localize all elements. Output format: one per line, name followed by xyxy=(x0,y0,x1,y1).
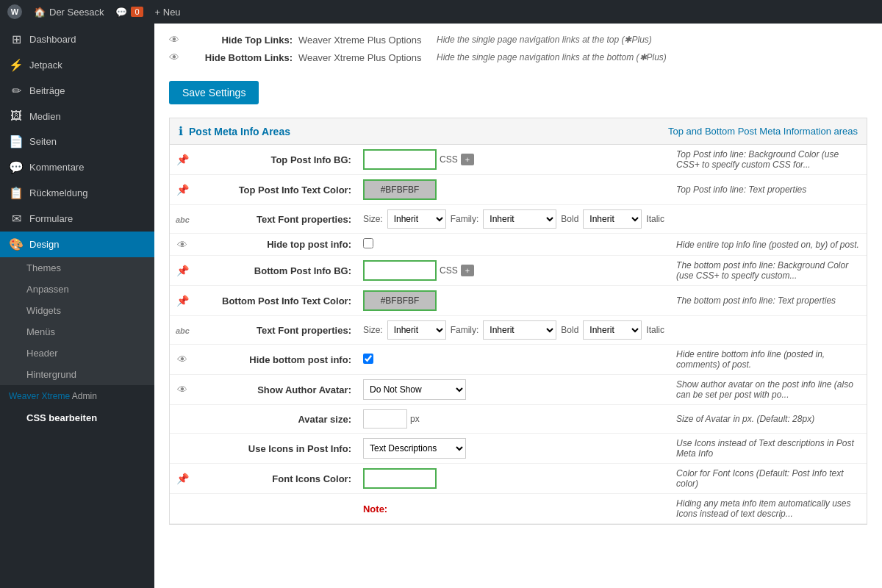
sidebar-item-themes[interactable]: Themes xyxy=(0,257,154,279)
hide-top-links-desc: Hide the single page navigation links at… xyxy=(437,35,652,45)
abc-icon-bottom: abc xyxy=(176,326,190,335)
hide-bottom-links-desc: Hide the single page navigation links at… xyxy=(437,52,667,62)
design-icon: 🎨 xyxy=(9,237,24,251)
css-label-bottom: CSS xyxy=(440,265,458,276)
css-plus-button-bottom[interactable]: + xyxy=(461,265,474,276)
save-settings-button[interactable]: Save Settings xyxy=(169,81,259,104)
beitraege-icon: ✏ xyxy=(9,84,24,98)
top-post-info-bg-desc: Top Post info line: Background Color (us… xyxy=(670,145,867,175)
site-name-link[interactable]: 🏠 Der Seesack xyxy=(34,7,104,18)
wp-logo-link[interactable]: W xyxy=(7,4,22,19)
eye-icon-bottom: 👁 xyxy=(169,51,184,63)
sidebar-label-dashboard: Dashboard xyxy=(29,34,76,45)
sidebar-item-widgets[interactable]: Widgets xyxy=(0,300,154,321)
table-row: 📌 Top Post Info BG: CSS + Top Post in xyxy=(170,145,867,175)
comments-link[interactable]: 💬 0 xyxy=(115,7,143,18)
sidebar-item-medien[interactable]: 🖼 Medien xyxy=(0,104,154,129)
table-row: abc Text Font properties: Size: Inherit … xyxy=(170,205,867,234)
sidebar: ⊞ Dashboard ⚡ Jetpack ✏ Beiträge 🖼 Medie… xyxy=(0,24,154,588)
bottom-post-info-text-color-desc: The bottom post info line: Text properti… xyxy=(670,286,867,316)
sidebar-label-kommentare: Kommentare xyxy=(29,162,84,173)
sidebar-item-dashboard[interactable]: ⊞ Dashboard xyxy=(0,26,154,52)
sidebar-item-design[interactable]: 🎨 Design xyxy=(0,232,154,257)
hide-top-links-label: Hide Top Links: xyxy=(190,35,293,46)
bottom-post-info-bg-control: CSS + xyxy=(357,256,670,286)
bottom-post-info-text-color-label: Bottom Post Info Text Color: xyxy=(196,286,357,316)
css-plus-button[interactable]: + xyxy=(461,154,474,165)
hide-top-links-value: Weaver Xtreme Plus Options xyxy=(298,35,431,46)
font-bold-select-bottom[interactable]: Inherit xyxy=(583,320,642,340)
sidebar-item-hintergrund[interactable]: Hintergrund xyxy=(0,364,154,385)
comment-count: 0 xyxy=(131,7,143,17)
text-font-props-bottom-control: Size: Inherit Family: Inherit Bold xyxy=(357,316,670,345)
sidebar-item-beitraege[interactable]: ✏ Beiträge xyxy=(0,78,154,104)
top-post-info-text-color-label: Top Post Info Text Color: xyxy=(196,175,357,205)
font-size-select-top[interactable]: Inherit xyxy=(387,209,446,229)
table-row: 👁 Show Author Avatar: Do Not Show Show S… xyxy=(170,375,867,405)
font-family-select-top[interactable]: Inherit xyxy=(483,209,556,229)
hide-bottom-post-info-label: Hide bottom post info: xyxy=(196,345,357,375)
table-row: 👁 Hide top post info: Hide entire top in… xyxy=(170,234,867,256)
design-submenu: Themes Anpassen Widgets Menüs Header Hin… xyxy=(0,257,154,385)
medien-icon: 🖼 xyxy=(9,110,24,123)
hide-top-post-info-checkbox[interactable] xyxy=(363,238,373,248)
avatar-size-control: px xyxy=(357,405,670,434)
font-size-select-bottom[interactable]: Inherit xyxy=(387,320,446,340)
sidebar-item-rueckmeldung[interactable]: 📋 Rückmeldung xyxy=(0,180,154,206)
top-post-info-text-color-input[interactable] xyxy=(363,179,437,200)
use-icons-in-post-info-select[interactable]: Text Descriptions Icons Both xyxy=(363,438,466,459)
top-post-info-bg-input[interactable] xyxy=(363,149,437,170)
section-title: Post Meta Info Areas xyxy=(189,126,290,137)
sidebar-label-formulare: Formulare xyxy=(29,213,73,224)
table-row: abc Text Font properties: Size: Inherit … xyxy=(170,316,867,345)
sidebar-item-formulare[interactable]: ✉ Formulare xyxy=(0,206,154,232)
top-links-section: 👁 Hide Top Links: Weaver Xtreme Plus Opt… xyxy=(169,31,867,66)
avatar-size-input[interactable] xyxy=(363,409,407,429)
text-font-props-bottom-desc xyxy=(670,316,867,345)
new-content-link[interactable]: + Neu xyxy=(155,7,181,18)
text-font-props-bottom-label: Text Font properties: xyxy=(196,316,357,345)
hide-bottom-post-info-control xyxy=(357,345,670,375)
sidebar-label-seiten: Seiten xyxy=(29,136,57,147)
bottom-post-info-text-color-input[interactable] xyxy=(363,290,437,311)
font-family-select-bottom[interactable]: Inherit xyxy=(483,320,556,340)
sidebar-item-menues[interactable]: Menüs xyxy=(0,321,154,343)
sidebar-item-header[interactable]: Header xyxy=(0,343,154,364)
sidebar-label-beitraege: Beiträge xyxy=(29,85,65,96)
sidebar-item-anpassen[interactable]: Anpassen xyxy=(0,279,154,300)
font-row-bottom: Size: Inherit Family: Inherit Bold xyxy=(363,320,664,340)
use-icons-in-post-info-desc: Use Icons instead of Text descriptions i… xyxy=(670,434,867,464)
sidebar-label-medien: Medien xyxy=(29,111,61,122)
font-bold-select-top[interactable]: Inherit xyxy=(583,209,642,229)
pin-blue-icon: 📌 xyxy=(176,184,189,196)
post-meta-info-section: ℹ Post Meta Info Areas Top and Bottom Po… xyxy=(169,118,867,525)
font-icons-color-control xyxy=(357,464,670,494)
bold-label: Bold xyxy=(561,214,578,224)
section-header: ℹ Post Meta Info Areas Top and Bottom Po… xyxy=(170,118,867,145)
pin-green-icon: 📌 xyxy=(176,154,189,165)
show-author-avatar-label: Show Author Avatar: xyxy=(196,375,357,405)
hide-top-post-info-control xyxy=(357,234,670,256)
top-post-info-text-color-control xyxy=(357,175,670,205)
section-desc: Top and Bottom Post Meta Information are… xyxy=(668,126,858,137)
sidebar-item-css-bearbeiten[interactable]: CSS bearbeiten xyxy=(0,407,154,429)
content-area: 👁 Hide Top Links: Weaver Xtreme Plus Opt… xyxy=(154,24,882,588)
use-icons-in-post-info-label: Use Icons in Post Info: xyxy=(196,434,357,464)
bottom-post-info-bg-input[interactable] xyxy=(363,260,437,281)
table-row: Use Icons in Post Info: Text Description… xyxy=(170,434,867,464)
font-icons-color-input[interactable] xyxy=(363,468,437,489)
settings-table: 📌 Top Post Info BG: CSS + Top Post in xyxy=(170,145,867,524)
hide-bottom-post-info-checkbox[interactable] xyxy=(363,354,373,364)
kommentare-icon: 💬 xyxy=(9,160,24,174)
sidebar-item-seiten[interactable]: 📄 Seiten xyxy=(0,129,154,154)
eye-icon-top: 👁 xyxy=(169,34,184,46)
show-author-avatar-control: Do Not Show Show Show Small xyxy=(357,375,670,405)
sidebar-item-kommentare[interactable]: 💬 Kommentare xyxy=(0,154,154,180)
top-post-info-bg-label: Top Post Info BG: xyxy=(196,145,357,175)
sidebar-item-jetpack[interactable]: ⚡ Jetpack xyxy=(0,52,154,78)
table-row: 📌 Bottom Post Info Text Color: The botto… xyxy=(170,286,867,316)
eye-icon: 👁 xyxy=(177,239,187,251)
show-author-avatar-select[interactable]: Do Not Show Show Show Small xyxy=(363,379,466,400)
seiten-icon: 📄 xyxy=(9,135,24,148)
font-icons-color-label: Font Icons Color: xyxy=(196,464,357,494)
